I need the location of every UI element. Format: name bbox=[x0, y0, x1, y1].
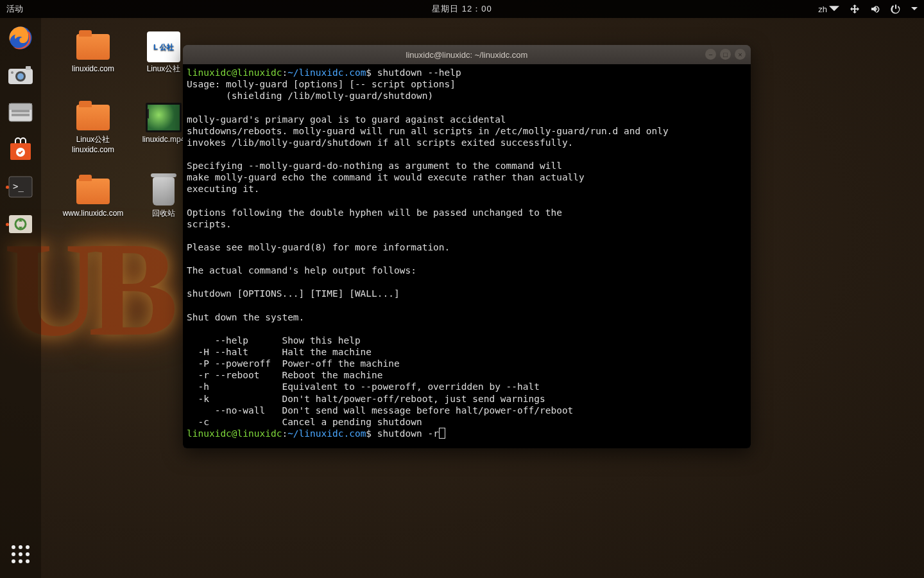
window-titlebar[interactable]: linuxidc@linuxidc: ~/linuxidc.com − □ × bbox=[183, 45, 751, 64]
input-method-indicator[interactable]: zh bbox=[818, 4, 839, 14]
terminal-body[interactable]: linuxidc@linuxidc:~/linuxidc.com$ shutdo… bbox=[183, 64, 751, 448]
dock-software[interactable] bbox=[4, 134, 37, 166]
status-area: zh bbox=[818, 4, 918, 14]
show-applications-button[interactable] bbox=[4, 538, 37, 570]
dock: >_ bbox=[0, 18, 41, 578]
trash-icon bbox=[153, 177, 175, 206]
video-thumbnail-icon bbox=[146, 103, 182, 132]
site-logo-icon: L 公社 bbox=[147, 31, 180, 62]
desktop-folder-linuxgongsi[interactable]: Linux公社linuxidc.com bbox=[61, 103, 125, 155]
chevron-down-icon bbox=[829, 4, 839, 14]
svg-point-6 bbox=[11, 71, 13, 74]
folder-icon bbox=[76, 105, 110, 130]
chevron-down-icon bbox=[911, 6, 918, 12]
terminal-output: Usage: molly-guard [options] [-- script … bbox=[187, 79, 669, 427]
window-maximize-button[interactable]: □ bbox=[720, 49, 731, 60]
svg-rect-5 bbox=[26, 66, 31, 70]
svg-rect-8 bbox=[9, 103, 32, 110]
dock-firefox[interactable] bbox=[4, 22, 37, 54]
svg-rect-10 bbox=[12, 114, 30, 116]
dock-camera[interactable] bbox=[4, 59, 37, 91]
window-minimize-button[interactable]: − bbox=[705, 49, 716, 60]
window-title: linuxidc@linuxidc: ~/linuxidc.com bbox=[406, 50, 528, 60]
dock-files[interactable] bbox=[4, 96, 37, 128]
folder-icon bbox=[76, 34, 110, 60]
top-bar: 活动 星期日 12：00 zh bbox=[0, 0, 924, 18]
desktop-folder-www[interactable]: www.linuxidc.com bbox=[61, 177, 125, 219]
dock-update-manager[interactable] bbox=[4, 208, 37, 240]
svg-point-4 bbox=[17, 73, 24, 80]
dock-terminal[interactable]: >_ bbox=[4, 171, 37, 203]
folder-icon bbox=[76, 179, 110, 204]
terminal-cursor bbox=[439, 428, 445, 439]
desktop-folder-linuxidc[interactable]: linuxidc.com bbox=[61, 32, 125, 74]
window-close-button[interactable]: × bbox=[735, 49, 746, 60]
svg-text:>_: >_ bbox=[13, 181, 24, 192]
terminal-window: linuxidc@linuxidc: ~/linuxidc.com − □ × … bbox=[183, 45, 751, 448]
network-icon[interactable] bbox=[850, 4, 860, 14]
volume-icon[interactable] bbox=[870, 4, 880, 14]
power-icon[interactable] bbox=[891, 4, 901, 14]
clock[interactable]: 星期日 12：00 bbox=[432, 3, 492, 15]
activities-button[interactable]: 活动 bbox=[6, 3, 23, 15]
svg-rect-17 bbox=[9, 215, 32, 233]
svg-rect-9 bbox=[12, 110, 30, 112]
